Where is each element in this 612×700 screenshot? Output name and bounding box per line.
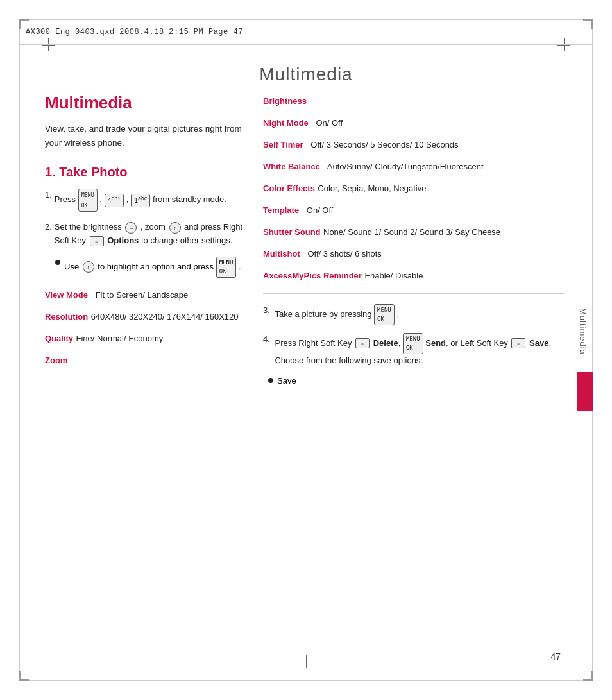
self-timer-value: Off/ 3 Seconds/ 5 Seconds/ 10 Seconds [306,140,459,149]
view-mode-value: Fit to Screen/ Landscape [90,290,188,300]
step-4: 4. Press Right Soft Key ≡ Delete, MENUOK… [263,333,564,368]
step-2: 2. Set the brightness ↔ , zoom ↕ and pre… [45,221,244,248]
white-balance-value: Auto/Sunny/ Cloudy/Tungsten/Fluorescent [323,162,483,171]
zoom-nav-icon: ↕ [169,222,181,234]
bullet-highlight-text: Use ↕ to highlight an option and press M… [64,257,241,278]
view-mode-label: View Mode [45,290,88,300]
corner-mark-bl [19,671,29,681]
bullet-dot-save [268,378,273,383]
setting-multishot: Multishot Off/ 3 shots/ 6 shots [263,246,564,261]
setting-night-mode: Night Mode On/ Off [263,115,564,130]
brightness-nav-icon: ↔ [125,222,137,234]
step-1-body: Press MENUOK , 4ghi , 1abc from standby … [55,189,244,212]
bullet-save: Save [268,375,564,388]
send-label: Send [425,338,446,348]
setting-axcess: AxcessMyPics Reminder Enable/ Disable [263,268,564,283]
menu-ok-key-3: MENUOK [374,304,395,325]
brightness-label: Brightness [263,96,307,106]
header-bar: AX300_Eng_0403.qxd 2008.4.18 2:15 PM Pag… [19,19,593,45]
menu-ok-key-1: MENUOK [78,189,98,212]
setting-zoom: Zoom [45,352,244,368]
save-bullet-text: Save [277,375,296,388]
step-3-body: Take a picture by pressing MENUOK . [275,304,399,325]
template-label: Template [263,205,299,215]
delete-label: Delete [373,338,398,348]
page-title: Multimedia [0,64,612,85]
step-3: 3. Take a picture by pressing MENUOK . [263,304,564,325]
night-mode-label: Night Mode [263,118,309,128]
page-number: 47 [550,651,561,662]
menu-ok-key-2: MENUOK [216,257,237,278]
left-section-title: Multimedia [45,93,244,113]
quality-value: Fine/ Normal/ Economy [76,334,164,343]
key-1abc: 1abc [131,194,150,207]
right-column: Brightness Night Mode On/ Off Self Timer… [263,93,564,649]
self-timer-label: Self Timer [263,140,303,149]
color-effects-value: Color, Sepia, Mono, Negative [318,184,426,193]
crosshair-bottom-center [300,655,312,668]
step-1: 1. Press MENUOK , 4ghi , 1abc from stand… [45,189,244,212]
corner-mark-br [583,671,593,681]
setting-white-balance: White Balance Auto/Sunny/ Cloudy/Tungste… [263,158,564,174]
left-soft-key-icon: ≡ [511,338,525,348]
white-balance-label: White Balance [263,162,320,171]
setting-template: Template On/ Off [263,202,564,218]
setting-shutter-sound: Shutter Sound None/ Sound 1/ Sound 2/ So… [263,224,564,239]
subsection-title: 1. Take Photo [45,165,244,180]
multishot-value: Off/ 3 shots/ 6 shots [303,249,382,259]
setting-quality: Quality Fine/ Normal/ Economy [45,330,244,346]
bullet-dot-1 [55,260,60,265]
header-text: AX300_Eng_0403.qxd 2008.4.18 2:15 PM Pag… [26,28,243,37]
step-2-body: Set the brightness ↔ , zoom ↕ and press … [55,221,244,248]
resolution-value: 640X480/ 320X240/ 176X144/ 160X120 [91,312,239,321]
multishot-label: Multishot [263,249,300,259]
quality-label: Quality [45,334,73,343]
content-separator [263,293,564,294]
intro-text: View, take, and trade your digital pictu… [45,122,244,149]
right-soft-key-icon: ≡ [90,236,104,246]
axcess-value: Enable/ Disable [364,271,423,280]
step-3-num: 3. [263,304,272,325]
content-area: Multimedia View, take, and trade your di… [45,93,564,649]
resolution-label: Resolution [45,312,88,321]
right-soft-key-icon-2: ≡ [355,338,370,348]
template-value: On/ Off [302,205,334,215]
right-settings: Brightness Night Mode On/ Off Self Timer… [263,93,564,283]
bullet-highlight: Use ↕ to highlight an option and press M… [55,257,244,278]
step-4-num: 4. [263,333,272,368]
color-effects-label: Color Effects [263,184,315,193]
step-2-num: 2. [45,221,52,248]
step-1-num: 1. [45,189,52,212]
sidebar-label: Multimedia [578,308,588,355]
left-column: Multimedia View, take, and trade your di… [45,93,244,649]
axcess-label: AxcessMyPics Reminder [263,271,362,280]
night-mode-value: On/ Off [311,118,343,128]
step-4-body: Press Right Soft Key ≡ Delete, MENUOK Se… [275,333,564,368]
setting-resolution: Resolution 640X480/ 320X240/ 176X144/ 16… [45,309,244,324]
nav-icon: ↕ [83,261,94,273]
options-label: Options [107,235,139,245]
sidebar-tab [577,372,593,411]
left-settings: View Mode Fit to Screen/ Landscape Resol… [45,287,244,368]
setting-color-effects: Color Effects Color, Sepia, Mono, Negati… [263,180,564,196]
setting-self-timer: Self Timer Off/ 3 Seconds/ 5 Seconds/ 10… [263,137,564,152]
zoom-label: Zoom [45,355,67,365]
shutter-sound-label: Shutter Sound [263,227,321,237]
shutter-sound-value: None/ Sound 1/ Sound 2/ Sound 3/ Say Che… [323,227,500,237]
menu-ok-key-4: MENUOK [403,333,423,354]
setting-brightness: Brightness [263,93,564,108]
key-4ghi: 4ghi [105,194,124,207]
setting-view-mode: View Mode Fit to Screen/ Landscape [45,287,244,302]
save-label: Save [529,338,548,348]
